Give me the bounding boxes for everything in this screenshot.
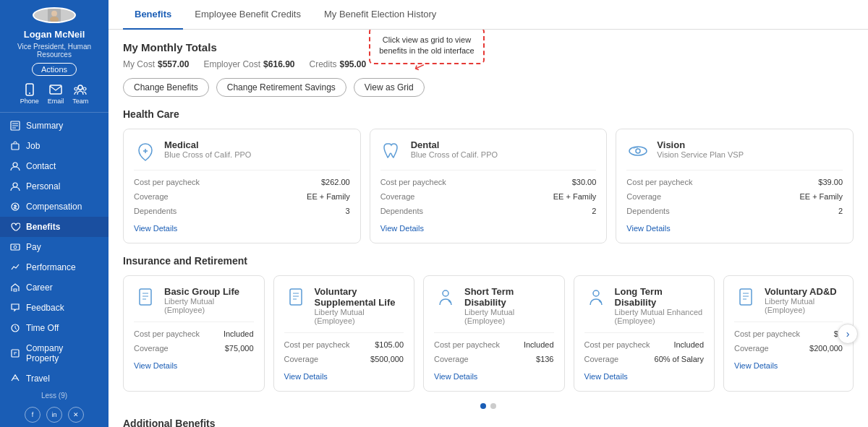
- sidebar-item-company-property[interactable]: Company Property: [0, 338, 109, 368]
- email-label: Email: [48, 98, 64, 105]
- sidebar-item-summary[interactable]: Summary: [0, 116, 109, 136]
- sidebar-item-career[interactable]: Career: [0, 277, 109, 298]
- tab-employee-benefit-credits[interactable]: Employee Benefit Credits: [183, 0, 312, 30]
- sidebar-item-performance-label: Performance: [26, 262, 76, 272]
- user-name: Logan McNeil: [24, 29, 85, 41]
- divider: [284, 332, 404, 333]
- dot-1[interactable]: [480, 403, 486, 409]
- view-as-grid-button[interactable]: View as Grid: [354, 78, 425, 97]
- value: EE + Family: [799, 192, 843, 201]
- svg-rect-25: [740, 289, 752, 305]
- ltd-subtitle: Liberty Mutual Enhanced (Employee): [615, 308, 705, 325]
- dental-card-subtitle: Blue Cross of Calif. PPO: [411, 150, 498, 159]
- linkedin-icon[interactable]: in: [46, 407, 62, 423]
- less-label[interactable]: Less (9): [31, 389, 77, 402]
- scroll-right-arrow[interactable]: ›: [838, 324, 858, 344]
- label: Coverage: [434, 355, 469, 363]
- divider: [380, 170, 597, 171]
- svg-rect-21: [140, 289, 151, 305]
- svg-point-12: [13, 183, 17, 187]
- label: Coverage: [134, 344, 169, 353]
- svg-rect-22: [290, 289, 302, 305]
- dental-icon: [380, 139, 404, 163]
- sidebar-item-travel-label: Travel: [26, 374, 50, 384]
- svg-point-20: [636, 149, 640, 153]
- svg-point-6: [78, 85, 82, 90]
- content-area: My Monthly Totals My Cost $557.00 Employ…: [109, 30, 868, 427]
- svg-rect-18: [12, 350, 19, 357]
- sidebar-item-personal[interactable]: Personal: [0, 176, 109, 197]
- change-retirement-button[interactable]: Change Retirement Savings: [216, 78, 346, 97]
- tab-bar: Benefits Employee Benefit Credits My Ben…: [109, 0, 868, 30]
- basic-group-life-view-details[interactable]: View Details: [134, 361, 254, 370]
- divider: [134, 322, 254, 322]
- std-icon: [434, 286, 457, 309]
- callout-view-grid: Click view as grid to view benefits in t…: [369, 30, 485, 64]
- divider: [0, 112, 109, 113]
- compensation-icon: [10, 202, 20, 212]
- facebook-icon[interactable]: f: [25, 407, 41, 423]
- value: 60% of Salary: [655, 355, 704, 363]
- health-care-cards: Medical Blue Cross of Calif. PPO Cost pe…: [123, 129, 854, 243]
- medical-card-title: Medical: [164, 139, 251, 150]
- value: Included: [224, 329, 254, 338]
- phone-icon-item[interactable]: Phone: [20, 83, 39, 105]
- svg-point-1: [51, 11, 57, 17]
- sidebar-item-compensation[interactable]: Compensation: [0, 197, 109, 217]
- actions-row: Change Benefits Change Retirement Saving…: [123, 78, 854, 97]
- value: $262.00: [321, 178, 350, 186]
- contact-icon: [10, 161, 20, 171]
- dental-coverage-row: Coverage EE + Family: [380, 189, 597, 204]
- sidebar-item-timeoff[interactable]: Time Off: [0, 318, 109, 338]
- value: $500,000: [370, 355, 404, 363]
- value: $105.00: [375, 340, 404, 349]
- twitter-icon[interactable]: ✕: [68, 407, 84, 423]
- dental-card-header: Dental Blue Cross of Calif. PPO: [380, 139, 597, 163]
- email-icon-item[interactable]: Email: [48, 83, 64, 105]
- job-icon: [10, 141, 20, 151]
- medical-cost-row: Cost per paycheck $262.00: [134, 175, 350, 189]
- sidebar-item-benefits[interactable]: Benefits: [0, 217, 109, 237]
- label: Dependents: [134, 207, 176, 215]
- sidebar-item-pay[interactable]: Pay: [0, 237, 109, 257]
- value: $200,000: [809, 344, 843, 353]
- callout-arrow-1: ↙: [411, 56, 427, 77]
- medical-coverage-row: Coverage EE + Family: [134, 189, 350, 204]
- monthly-totals-title: My Monthly Totals: [123, 41, 854, 53]
- medical-icon: [134, 139, 157, 163]
- sidebar-item-travel[interactable]: Travel: [0, 368, 109, 389]
- feedback-icon: [10, 303, 20, 313]
- team-label: Team: [72, 98, 88, 105]
- employer-cost-value: $616.90: [263, 59, 294, 69]
- team-icon-item[interactable]: Team: [72, 83, 88, 105]
- tab-my-benefit-election-history[interactable]: My Benefit Election History: [312, 0, 448, 30]
- medical-view-details[interactable]: View Details: [134, 224, 350, 233]
- performance-icon: [10, 262, 20, 272]
- std-view-details[interactable]: View Details: [434, 372, 554, 381]
- monthly-totals-section: My Monthly Totals My Cost $557.00 Employ…: [123, 41, 854, 97]
- voluntary-life-view-details[interactable]: View Details: [284, 372, 404, 381]
- pay-icon: [10, 242, 20, 252]
- sidebar-item-performance[interactable]: Performance: [0, 257, 109, 277]
- value: $136: [536, 355, 553, 363]
- user-title: Vice President, Human Resources: [0, 43, 109, 59]
- actions-button[interactable]: Actions: [32, 63, 77, 76]
- sidebar-item-contact[interactable]: Contact: [0, 156, 109, 176]
- sidebar-item-job[interactable]: Job: [0, 136, 109, 156]
- email-icon: [49, 83, 62, 96]
- tab-benefits[interactable]: Benefits: [123, 0, 183, 30]
- sidebar-item-feedback[interactable]: Feedback: [0, 298, 109, 318]
- ltd-view-details[interactable]: View Details: [584, 372, 705, 381]
- dot-2[interactable]: [490, 403, 496, 409]
- dental-view-details[interactable]: View Details: [380, 224, 597, 233]
- sidebar-item-company-property-label: Company Property: [26, 343, 98, 363]
- medical-card-info: Medical Blue Cross of Calif. PPO: [164, 139, 251, 159]
- change-benefits-button[interactable]: Change Benefits: [123, 78, 209, 97]
- label: Coverage: [380, 192, 415, 201]
- label: Cost per paycheck: [134, 329, 200, 338]
- monthly-totals-row: My Cost $557.00 Employer Cost $616.90 Cr…: [123, 59, 854, 69]
- add-view-details[interactable]: View Details: [734, 361, 843, 370]
- value: Included: [673, 340, 704, 349]
- svg-point-24: [593, 290, 599, 296]
- vision-view-details[interactable]: View Details: [626, 224, 843, 233]
